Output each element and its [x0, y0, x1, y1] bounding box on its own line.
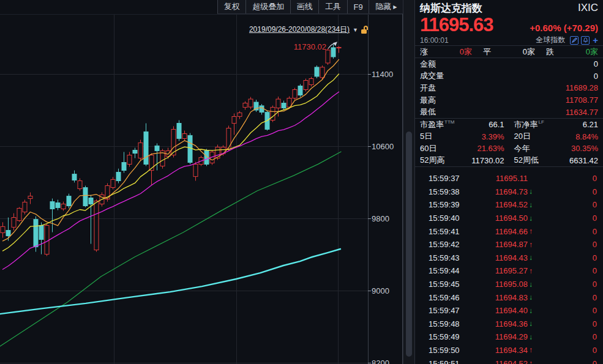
tick-price: 11694.83 — [471, 293, 528, 302]
tick-time: 15:59:42 — [429, 240, 471, 249]
stat-row: 52周高11730.0252周低6631.42 — [415, 154, 603, 166]
tick-row: 15:59:4611694.83↓0 — [415, 291, 603, 304]
unchanged-value: 0家 — [523, 46, 535, 58]
tick-time: 15:59:41 — [429, 227, 471, 236]
info-value: 11689.28 — [566, 83, 598, 92]
stat-cell: 5日3.39% — [420, 131, 504, 142]
date-range-label[interactable]: 2019/09/26-2020/08/28(234日) — [249, 24, 350, 35]
info-row: 最低11634.77 — [415, 106, 603, 118]
tick-arrow-down-icon: ↓ — [528, 293, 539, 302]
stat-label: 60日 — [420, 143, 436, 154]
tick-row: 15:59:4011694.50↓0 — [415, 212, 603, 225]
lock-body — [361, 29, 367, 34]
unlock-icon[interactable] — [361, 26, 368, 34]
info-row: 金额0 — [415, 58, 603, 70]
advancers-label: 涨 — [420, 46, 428, 58]
toolbar-item-F9[interactable]: F9 — [347, 0, 369, 13]
candlestick-chart[interactable]: 11730.021140010600980090008200 — [0, 0, 403, 364]
toolbar-item-画线[interactable]: 画线 — [290, 0, 318, 13]
tick-price: 11694.40 — [471, 306, 528, 315]
info-row: 成交量0 — [415, 70, 603, 83]
edit-icon[interactable] — [570, 36, 579, 45]
stat-cell: 市盈率TTM66.1 — [420, 119, 504, 130]
stat-value: 66.1 — [489, 120, 504, 129]
tick-time: 15:59:40 — [429, 214, 471, 223]
tick-price: 11694.52 — [471, 200, 528, 209]
tick-time: 15:59:39 — [429, 200, 471, 209]
stat-row: 60日21.63%今年30.35% — [415, 143, 603, 155]
tick-arrow-down-icon: ↓ — [528, 319, 539, 328]
tick-row: 15:59:3911694.52↓0 — [415, 198, 603, 212]
stat-label: 市盈率TTM — [420, 119, 454, 130]
tick-volume: 0 — [539, 240, 597, 249]
tick-volume: 0 — [539, 319, 597, 329]
chart-toolbar: 复权超级叠加画线工具F9隐藏▶ — [217, 0, 403, 14]
tick-arrow-up-icon: ↑ — [528, 267, 539, 275]
toolbar-item-工具[interactable]: 工具 — [318, 0, 346, 13]
tick-row: 15:59:4311694.43↓0 — [415, 251, 603, 265]
tick-row: 15:59:5011694.34↑0 — [415, 344, 603, 357]
stat-cell: 市净率LF6.21 — [514, 119, 599, 130]
panel-scrollbar[interactable] — [403, 0, 415, 364]
alert-bell-icon[interactable] — [581, 36, 590, 45]
tick-row: 15:59:4811694.36↓0 — [415, 318, 603, 331]
tick-row: 15:59:5111694.52↑0 — [415, 357, 603, 364]
stat-label: 市净率LF — [514, 119, 544, 130]
tick-price: 11695.11 — [471, 174, 528, 183]
tick-arrow-down-icon: ↓ — [528, 333, 539, 341]
advancers-decliners-row: 涨 0家 平 0家 跌 0家 — [415, 45, 603, 58]
tick-time: 15:59:38 — [429, 187, 471, 196]
svg-text:11730.02: 11730.02 — [294, 42, 326, 51]
tick-row: 15:59:4711694.40↓0 — [415, 304, 603, 318]
instrument-name: 纳斯达克指数 — [420, 1, 482, 15]
stat-label: 今年 — [514, 143, 530, 154]
tick-volume: 0 — [539, 187, 597, 196]
tick-arrow-up-icon: ↑ — [528, 359, 539, 364]
svg-text:9800: 9800 — [372, 214, 389, 223]
add-to-watchlist-icon[interactable]: + — [593, 36, 598, 45]
info-row: 开盘11689.28 — [415, 82, 603, 94]
tick-arrow-down-icon: ↓ — [528, 306, 539, 315]
date-range-selector[interactable]: 2019/09/26-2020/08/28(234日) ▼ — [208, 24, 368, 35]
market-category-link[interactable]: 全球指数 — [536, 35, 565, 45]
tick-volume: 0 — [539, 227, 597, 236]
stat-cell: 52周低6631.42 — [514, 155, 599, 166]
chevron-down-icon[interactable]: ▼ — [353, 27, 358, 33]
tick-price: 11694.36 — [471, 319, 528, 329]
info-label: 最低 — [420, 106, 436, 117]
tick-row: 15:59:4111694.66↑0 — [415, 225, 603, 238]
tick-row: 15:59:3711695.110 — [415, 172, 603, 185]
tick-time: 15:59:49 — [429, 332, 471, 341]
info-value: 11634.77 — [566, 108, 598, 117]
toolbar-item-隐藏[interactable]: 隐藏▶ — [369, 0, 403, 13]
tick-volume: 0 — [539, 214, 597, 223]
time-sales-list: 15:59:3711695.11015:59:3811694.73↓015:59… — [415, 167, 603, 364]
toolbar-item-超级叠加[interactable]: 超级叠加 — [245, 0, 290, 13]
valuation-stats: 市盈率TTM66.1市净率LF6.215日3.39%20日8.84%60日21.… — [415, 118, 603, 167]
tick-price: 11694.34 — [471, 346, 528, 355]
tick-time: 15:59:50 — [429, 346, 471, 355]
stat-label-superscript: TTM — [444, 119, 454, 125]
tick-time: 15:59:37 — [429, 174, 471, 183]
svg-text:11400: 11400 — [372, 70, 393, 79]
stat-label: 52周高 — [420, 155, 444, 166]
stock-trading-app: 11730.021140010600980090008200 复权超级叠加画线工… — [0, 0, 603, 364]
toolbar-item-复权[interactable]: 复权 — [217, 0, 245, 13]
tick-volume: 0 — [539, 293, 597, 302]
kline-chart-region: 11730.021140010600980090008200 复权超级叠加画线工… — [0, 0, 403, 364]
quote-header: 纳斯达克指数 IXIC 11695.63 +0.60% (+70.29) 16:… — [415, 0, 603, 45]
stat-label: 5日 — [420, 131, 432, 142]
scrollbar-thumb[interactable] — [406, 132, 412, 357]
tick-volume: 0 — [539, 359, 597, 364]
stat-row: 市盈率TTM66.1市净率LF6.21 — [415, 119, 603, 131]
tick-row: 15:59:4511695.08↓0 — [415, 278, 603, 291]
stat-cell: 60日21.63% — [420, 143, 504, 154]
tick-row: 15:59:3811694.73↓0 — [415, 185, 603, 199]
tick-price: 11695.08 — [471, 280, 528, 289]
tick-price: 11695.27 — [471, 266, 528, 275]
svg-text:8200: 8200 — [372, 358, 389, 364]
tick-arrow-up-icon: ↑ — [528, 227, 539, 236]
tick-arrow-down-icon: ↓ — [528, 253, 539, 262]
stat-cell: 52周高11730.02 — [420, 155, 504, 166]
info-label: 成交量 — [420, 70, 444, 81]
